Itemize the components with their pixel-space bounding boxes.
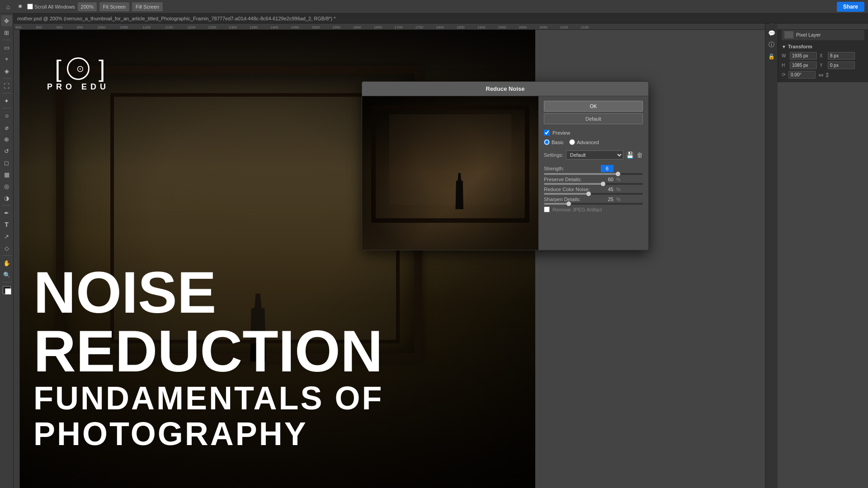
text-tool[interactable]: T	[1, 219, 12, 230]
transform-section: ▼ Transform W X H Y ⟳ ⇔	[782, 44, 864, 79]
info-icon[interactable]: ⓘ	[767, 40, 777, 50]
sharpen-details-label: Sharpen Details:	[544, 197, 598, 202]
flip-vertical-icon[interactable]: ⇕	[825, 71, 830, 79]
y-input[interactable]	[828, 61, 855, 69]
height-input[interactable]	[790, 61, 817, 69]
reduce-color-value: 45	[601, 187, 613, 192]
zoom-input[interactable]: 200%	[78, 2, 97, 11]
remove-jpeg-checkbox-label[interactable]: Remove JPEG Artifact	[544, 206, 643, 212]
dialog-preview-image	[362, 96, 538, 250]
sharpen-details-slider-fill	[544, 203, 569, 205]
advanced-radio[interactable]	[569, 139, 575, 145]
preserve-details-label: Preserve Details:	[544, 177, 598, 182]
reduce-color-slider-track[interactable]	[544, 193, 643, 195]
dialog-button-row: OK Default	[544, 101, 643, 124]
dialog-body: OK Default Preview Basic Advanced	[362, 96, 648, 250]
default-button[interactable]: Default	[544, 113, 643, 124]
preview-check-row: Preview	[544, 130, 643, 136]
fill-screen-button[interactable]: Fill Screen	[132, 2, 163, 11]
rectangle-select-tool[interactable]: ▭	[1, 42, 12, 53]
sharpen-details-slider-track[interactable]	[544, 203, 643, 205]
noise-subtitle: FUNDAMENTALS OF PHOTOGRAPHY	[33, 380, 522, 452]
flip-horizontal-icon[interactable]: ⇔	[818, 71, 824, 79]
logo-circle: ⊙	[67, 57, 90, 80]
sliders-section: Strength: Preserve Details: 60 %	[544, 165, 643, 212]
spot-heal-tool[interactable]: ⊙	[1, 110, 12, 121]
sharpen-details-slider-thumb[interactable]	[566, 202, 571, 206]
pen-tool[interactable]: ✒	[1, 207, 12, 218]
strength-slider-thumb[interactable]	[616, 172, 620, 176]
dodge-tool[interactable]: ◑	[1, 192, 12, 203]
noise-reduction-title: NOISE REDUCTION	[33, 263, 522, 380]
comment-icon[interactable]: 💬	[767, 28, 777, 38]
dialog-preview[interactable]	[362, 96, 538, 250]
object-select-tool[interactable]: ◈	[1, 66, 12, 76]
move-tool[interactable]: ✥	[1, 15, 12, 26]
zoom-tool[interactable]: 🔍	[1, 269, 12, 280]
blur-tool[interactable]: ◎	[1, 181, 12, 192]
settings-row: Settings: Default 💾 🗑	[544, 150, 643, 160]
mode-radio-row: Basic Advanced	[544, 139, 643, 145]
fit-screen-button[interactable]: Fit Screen	[99, 2, 129, 11]
strength-label: Strength:	[544, 166, 598, 171]
preview-label: Preview	[552, 130, 570, 136]
remove-jpeg-checkbox[interactable]	[544, 206, 550, 212]
angle-row: ⟳ ⇔ ⇕	[782, 71, 864, 79]
ruler-left	[14, 30, 20, 488]
brush-tool[interactable]: ⌀	[1, 122, 12, 133]
scroll-all-windows-check[interactable]: Scroll All Windows	[27, 4, 75, 9]
pixel-layer-row: Pixel Layer	[782, 29, 864, 40]
home-icon[interactable]: ⌂	[4, 2, 13, 11]
strength-input[interactable]	[601, 165, 613, 172]
logo-bracket: [ ⊙ ]	[47, 57, 109, 80]
sharpen-details-row: Sharpen Details: 25 %	[544, 197, 643, 202]
eyedropper-tool[interactable]: ✦	[1, 95, 12, 106]
ok-button[interactable]: OK	[544, 101, 643, 112]
eraser-tool[interactable]: ◻	[1, 157, 12, 168]
history-brush-tool[interactable]: ↺	[1, 145, 12, 156]
reduce-color-slider-thumb[interactable]	[586, 192, 591, 196]
preserve-details-slider-track[interactable]	[544, 183, 643, 185]
angle-input[interactable]	[788, 71, 816, 79]
properties-content: Pixel Layer ▼ Transform W X H Y	[778, 26, 868, 82]
foreground-color[interactable]	[3, 286, 11, 294]
path-select-tool[interactable]: ↗	[1, 231, 12, 242]
left-toolbar: ✥ ⊞ ▭ ⌖ ◈ ⛶ ✦ ⊙ ⌀ ⊕ ↺ ◻ ▦ ◎ ◑ ✒ T ↗ ◇ ✋ …	[0, 14, 14, 488]
strength-slider-track[interactable]	[544, 173, 643, 175]
width-input[interactable]	[790, 52, 817, 60]
scroll-all-checkbox[interactable]	[27, 4, 33, 9]
transform-header[interactable]: ▼ Transform	[782, 44, 864, 49]
gradient-tool[interactable]: ▦	[1, 169, 12, 180]
dialog-controls: OK Default Preview Basic Advanced	[538, 96, 648, 250]
settings-select[interactable]: Default	[566, 150, 623, 160]
pixel-layer-icon	[784, 31, 793, 38]
save-settings-icon[interactable]: 💾	[626, 151, 634, 159]
preserve-details-slider-fill	[544, 183, 603, 185]
hand-tool[interactable]: ✋	[1, 258, 12, 268]
x-input[interactable]	[828, 52, 855, 60]
basic-radio[interactable]	[544, 139, 550, 145]
lock-icon[interactable]: 🔒	[767, 52, 777, 61]
document-title: mother.psd @ 200% (nerruso_a_thumbnail_f…	[17, 16, 336, 21]
transform-h-y-row: H Y	[782, 61, 864, 69]
advanced-radio-label[interactable]: Advanced	[569, 139, 599, 145]
crop-tool[interactable]: ⛶	[1, 80, 12, 91]
preserve-details-slider-thumb[interactable]	[601, 182, 605, 186]
stamp-tool[interactable]: ⊕	[1, 134, 12, 145]
artboard-tool[interactable]: ⊞	[1, 27, 12, 38]
reduce-color-slider-fill	[544, 193, 589, 195]
delete-settings-icon[interactable]: 🗑	[637, 151, 643, 159]
preserve-details-row: Preserve Details: 60 %	[544, 177, 643, 182]
share-button[interactable]: Share	[837, 2, 864, 12]
reduce-color-label: Reduce Color Noise:	[544, 187, 598, 192]
tool-options-icon[interactable]: ✱	[15, 2, 24, 11]
basic-radio-label[interactable]: Basic	[544, 139, 564, 145]
side-icons: ⊟ 💬 ⓘ 🔒	[765, 14, 778, 488]
remove-jpeg-label: Remove JPEG Artifact	[544, 206, 643, 212]
reduce-noise-dialog: Reduce Noise OK Default	[362, 81, 649, 250]
lasso-tool[interactable]: ⌖	[1, 54, 12, 65]
preview-checkbox[interactable]	[544, 130, 550, 136]
shape-tool[interactable]: ◇	[1, 243, 12, 253]
canvas-text-overlay: NOISE REDUCTION FUNDAMENTALS OF PHOTOGRA…	[33, 263, 522, 452]
strength-slider-fill	[544, 173, 618, 175]
